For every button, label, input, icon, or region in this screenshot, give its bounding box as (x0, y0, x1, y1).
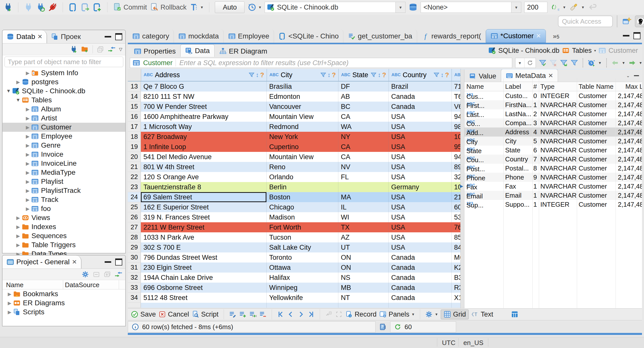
grid-cell[interactable]: 700 W Pender Street (141, 102, 267, 112)
close-icon[interactable]: ✕ (72, 259, 77, 265)
grid-cell[interactable]: ON (338, 263, 389, 273)
reconnect-icon[interactable] (36, 3, 45, 12)
maximize-icon[interactable] (633, 32, 640, 39)
nav-forward-icon[interactable] (628, 59, 636, 67)
grid-cell[interactable]: USA (389, 172, 452, 182)
grid-cell[interactable]: USA (389, 152, 452, 162)
column-help-icon[interactable]: ? (332, 71, 336, 79)
grid-cell[interactable]: UT (338, 242, 389, 252)
grid-corner-cell[interactable] (128, 69, 141, 81)
grid-view-button[interactable]: Grid (441, 310, 469, 319)
grid-cell[interactable]: USA (389, 122, 452, 132)
grid-cell[interactable]: Chicago (267, 202, 338, 212)
grid-cell[interactable]: Salt Lake City (267, 242, 338, 252)
row-number[interactable]: 29 (128, 242, 141, 252)
grid-cell[interactable]: 627 Broadway (141, 132, 267, 142)
row-number[interactable]: 13 (128, 81, 141, 92)
grid-cell[interactable]: Brazil (389, 81, 452, 92)
grid-cell[interactable]: MA (338, 192, 389, 202)
schema-selector[interactable]: <None> ▼ (421, 2, 521, 13)
tree-collapsed-arrow-icon[interactable]: ▶ (6, 309, 13, 315)
column-header-country[interactable]: ABCCountry↕? (389, 69, 452, 81)
grid-cell[interactable]: Redmond (267, 122, 338, 132)
link-with-editor-icon[interactable] (108, 46, 115, 53)
new-sql-script-icon[interactable] (93, 3, 102, 12)
grid-cell[interactable]: Tauentzienstraße 8 (141, 182, 267, 192)
tree-collapsed-arrow-icon[interactable]: ▶ (24, 206, 31, 212)
grid-cell[interactable]: Ottawa (267, 263, 338, 273)
row-number[interactable]: 25 (128, 202, 141, 212)
grid-cell[interactable]: Fort Worth (267, 222, 338, 232)
chevron-down-icon[interactable]: ▼ (581, 5, 585, 9)
tree-collapsed-arrow-icon[interactable]: ▶ (24, 170, 31, 176)
tree-item-views[interactable]: ▶Views (3, 213, 125, 222)
grid-cell[interactable]: Canada (389, 102, 452, 112)
tree-item-postgres[interactable]: ▶postgres (3, 77, 125, 86)
grid-cell[interactable]: USA (389, 242, 452, 252)
commit-mode-auto-button[interactable]: Auto (215, 2, 245, 13)
sort-icon[interactable]: ↕ (256, 71, 259, 78)
grid-cell[interactable]: 120 S Orange Ave (141, 172, 267, 182)
tree-collapsed-arrow-icon[interactable]: ▶ (24, 106, 31, 112)
grid-cell[interactable]: X1 (452, 293, 461, 303)
minimize-icon[interactable] (634, 75, 639, 76)
tree-collapsed-arrow-icon[interactable]: ▶ (24, 188, 31, 194)
grid-cell[interactable]: IL (338, 202, 389, 212)
refresh-icon[interactable] (524, 58, 536, 68)
tree-item-playlisttrack[interactable]: ▶PlaylistTrack (3, 186, 125, 195)
maximize-icon[interactable] (115, 258, 122, 266)
row-number[interactable]: 33 (128, 283, 141, 293)
quick-access-input[interactable] (558, 16, 613, 27)
grid-cell[interactable]: 8210 111 ST NW (141, 92, 267, 102)
grid-cell[interactable]: 1 Microsoft Way (141, 122, 267, 132)
tree-item-table-triggers[interactable]: ▶Table Triggers (3, 240, 125, 249)
tree-collapsed-arrow-icon[interactable]: ▶ (24, 161, 31, 166)
row-number[interactable]: 19 (128, 142, 141, 152)
grid-cell[interactable]: Canada (389, 283, 452, 293)
tree-item-album[interactable]: ▶Album (3, 105, 125, 114)
tree-item-track[interactable]: ▶Track (3, 195, 125, 204)
grid-cell[interactable]: 230 Elgin Street (141, 263, 267, 273)
metadata-column-label[interactable]: Label (505, 83, 521, 91)
grid-cell[interactable]: Canada (389, 92, 452, 102)
metadata-column-max-l[interactable]: Max L (625, 83, 642, 91)
save-filter-icon[interactable] (560, 59, 568, 67)
grid-cell[interactable]: 2211 W Berry Street (141, 222, 267, 232)
grid-cell[interactable]: Toronto (267, 252, 338, 263)
grid-cell[interactable]: 1 Infinite Loop (141, 142, 267, 152)
tab-projects[interactable]: Проек (47, 30, 85, 43)
tree-collapsed-arrow-icon[interactable]: ▶ (15, 233, 22, 239)
auto-refresh-icon[interactable] (588, 59, 595, 67)
grid-cell[interactable]: USA (389, 112, 452, 122)
grid-cell[interactable]: Halifax (267, 273, 338, 283)
tree-collapsed-arrow-icon[interactable]: ▶ (6, 300, 13, 306)
grid-cell[interactable]: 796 Dundas Street West (141, 252, 267, 263)
grid-cell[interactable]: WA (338, 122, 389, 132)
maximize-icon[interactable] (115, 33, 122, 40)
row-number[interactable]: 27 (128, 222, 141, 232)
grid-cell[interactable]: Mountain View (267, 112, 338, 122)
grid-cell[interactable]: WI (338, 212, 389, 222)
tree-item-sqlite-chinook-db[interactable]: ▼SQLite - Chinook.db (3, 86, 125, 96)
tree-item-artist[interactable]: ▶Artist (3, 114, 125, 123)
tree-expanded-arrow-icon[interactable]: ▼ (15, 97, 22, 103)
grid-cell[interactable]: Boston (267, 192, 338, 202)
grid-cell[interactable]: DF (338, 81, 389, 92)
close-icon[interactable]: ✕ (37, 34, 43, 40)
script-button[interactable]: Script (192, 311, 219, 318)
transaction-mode-button[interactable]: ▼ (190, 3, 204, 12)
row-number[interactable]: 17 (128, 122, 141, 132)
row-number[interactable]: 20 (128, 152, 141, 162)
tree-collapsed-arrow-icon[interactable]: ▶ (24, 124, 31, 130)
tree-collapsed-arrow-icon[interactable]: ▶ (24, 179, 31, 185)
close-icon[interactable]: ✕ (548, 73, 553, 79)
row-number[interactable]: 23 (128, 182, 141, 192)
grid-cell[interactable]: M6 (452, 252, 461, 263)
editor-tab-sqlite-chino[interactable]: <SQLite - Chino (274, 30, 343, 43)
duplicate-row-icon[interactable] (249, 311, 257, 318)
tree-item-indexes[interactable]: ▶Indexes (3, 222, 125, 231)
row-number[interactable]: 21 (128, 162, 141, 172)
gear-icon[interactable] (82, 271, 89, 278)
connection-selector[interactable]: SQLite - Chinook.db ▼ (265, 2, 406, 13)
grid-cell[interactable]: BC (338, 102, 389, 112)
